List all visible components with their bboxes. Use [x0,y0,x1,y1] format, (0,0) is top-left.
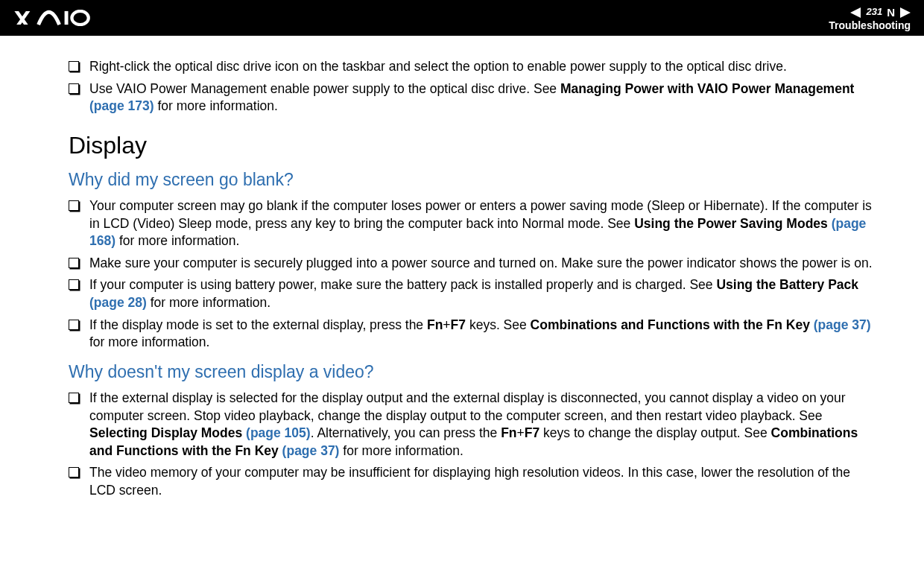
question-heading: Why doesn't my screen display a video? [69,362,879,382]
bullet-text: If the display mode is set to the extern… [89,317,879,352]
header-meta: 231 N Troubleshooting [829,6,911,31]
page-link[interactable]: (page 173) [89,98,154,113]
page-number: 231 [866,7,882,18]
question-heading: Why did my screen go blank? [69,170,879,190]
n-indicator: N [887,6,895,19]
bullet-text: Use VAIO Power Management enable power s… [89,80,879,115]
bullet-marker-icon [69,258,79,268]
list-item: If the display mode is set to the extern… [69,317,879,352]
bullet-text: The video memory of your computer may be… [89,464,879,499]
page-link[interactable]: (page 37) [279,443,340,458]
page-link[interactable]: (page 105) [242,425,310,440]
list-item: If the external display is selected for … [69,390,879,460]
list-item: If your computer is using battery power,… [69,276,879,311]
page-content: Right-click the optical disc drive icon … [0,36,924,500]
list-item: Right-click the optical disc drive icon … [69,58,879,76]
nav-prev-icon[interactable] [850,7,861,18]
answer-bullet-list: If the external display is selected for … [69,390,879,500]
vaio-logo [13,7,118,28]
bullet-marker-icon [69,61,79,72]
page-header: 231 N Troubleshooting [0,0,924,36]
answer-bullet-list: Your computer screen may go blank if the… [69,197,879,352]
list-item: The video memory of your computer may be… [69,464,879,499]
bullet-marker-icon [69,200,79,211]
bullet-text: Right-click the optical disc drive icon … [89,58,879,76]
bullet-marker-icon [69,393,79,403]
svg-point-1 [72,11,88,25]
bullet-text: Make sure your computer is securely plug… [89,255,879,273]
intro-bullet-list: Right-click the optical disc drive icon … [69,58,879,115]
bullet-text: Your computer screen may go blank if the… [89,197,879,250]
section-heading: Display [69,132,879,159]
page-link[interactable]: (page 37) [810,317,871,332]
bullet-marker-icon [69,320,79,330]
bullet-text: If the external display is selected for … [89,390,879,460]
list-item: Use VAIO Power Management enable power s… [69,80,879,115]
bullet-text: If your computer is using battery power,… [89,276,879,311]
page-link[interactable]: (page 28) [89,295,147,310]
list-item: Make sure your computer is securely plug… [69,255,879,273]
bullet-marker-icon [69,467,79,477]
list-item: Your computer screen may go blank if the… [69,197,879,250]
svg-rect-0 [65,11,69,25]
bullet-marker-icon [69,83,79,94]
nav-next-icon[interactable] [900,7,911,18]
bullet-marker-icon [69,279,79,290]
section-name: Troubleshooting [829,19,911,31]
